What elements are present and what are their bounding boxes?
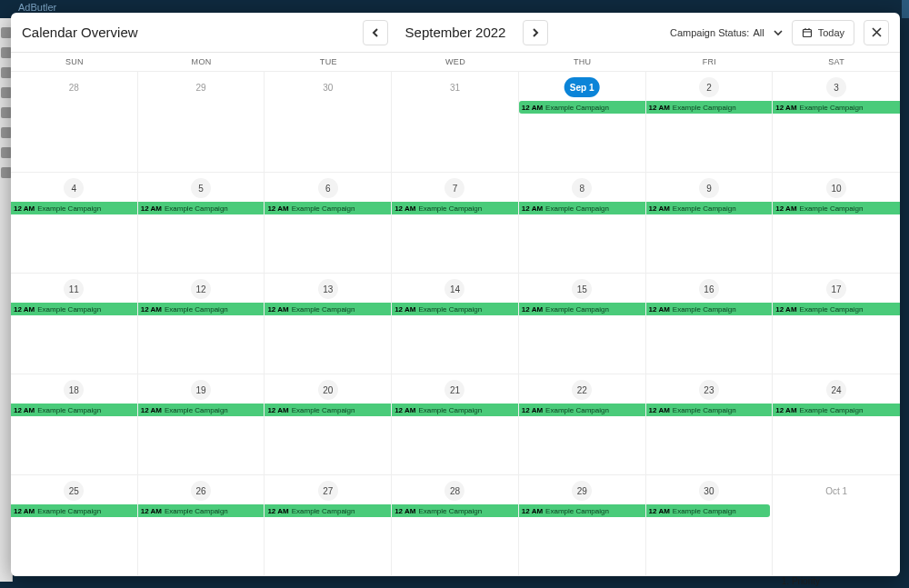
calendar-event[interactable]: 12 AMExample Campaign <box>392 202 518 214</box>
calendar-cell[interactable]: 29 <box>138 72 265 173</box>
calendar-event[interactable]: 12 AMExample Campaign <box>519 101 645 114</box>
calendar-event[interactable]: 12 AMExample Campaign <box>11 504 137 517</box>
calendar-cell[interactable]: 1712 AMExample Campaign <box>773 274 900 374</box>
calendar-event[interactable]: 12 AMExample Campaign <box>392 404 518 416</box>
event-title: Example Campaign <box>292 305 355 314</box>
calendar-event[interactable]: 12 AMExample Campaign <box>11 303 137 315</box>
calendar-cell[interactable]: 1612 AMExample Campaign <box>646 274 774 374</box>
calendar-cell[interactable]: 1012 AMExample Campaign <box>773 173 900 274</box>
event-time: 12 AM <box>522 305 543 314</box>
calendar-event[interactable]: 12 AMExample Campaign <box>392 303 518 315</box>
day-of-week-label: MON <box>138 53 265 71</box>
calendar-cell[interactable]: 1812 AMExample Campaign <box>11 374 138 475</box>
calendar-cell[interactable]: 31 <box>392 72 519 173</box>
calendar-cell[interactable]: 1912 AMExample Campaign <box>138 374 265 475</box>
event-title: Example Campaign <box>545 104 609 112</box>
calendar-event[interactable]: 12 AMExample Campaign <box>773 404 900 416</box>
day-of-week-label: FRI <box>646 53 774 71</box>
close-button[interactable] <box>864 20 889 45</box>
calendar-cell[interactable]: 2612 AMExample Campaign <box>138 475 265 576</box>
calendar-cell[interactable]: 30 <box>265 72 392 173</box>
calendar-cell[interactable]: 212 AMExample Campaign <box>646 72 774 173</box>
day-number: 7 <box>445 178 464 198</box>
calendar-cell[interactable]: 1112 AMExample Campaign <box>11 274 138 374</box>
calendar-event[interactable]: 12 AMExample Campaign <box>773 303 900 315</box>
campaign-status-filter[interactable]: Campaign Status: All <box>670 27 783 38</box>
event-title: Example Campaign <box>292 204 355 213</box>
next-month-button[interactable] <box>523 20 548 45</box>
calendar-cell[interactable]: 1212 AMExample Campaign <box>138 274 265 374</box>
calendar-cell[interactable]: 2312 AMExample Campaign <box>646 374 774 475</box>
calendar-cell[interactable]: 1512 AMExample Campaign <box>519 274 646 374</box>
calendar-cell[interactable]: 712 AMExample Campaign <box>392 173 519 274</box>
calendar-event[interactable]: 12 AMExample Campaign <box>138 404 265 416</box>
calendar-cell[interactable]: 2212 AMExample Campaign <box>519 374 646 475</box>
event-time: 12 AM <box>395 406 415 414</box>
calendar-event[interactable]: 12 AMExample Campaign <box>392 504 518 517</box>
calendar-event[interactable]: 12 AMExample Campaign <box>773 101 900 114</box>
chevron-right-icon <box>531 28 540 37</box>
event-time: 12 AM <box>775 204 796 213</box>
event-time: 12 AM <box>141 204 162 213</box>
calendar-event[interactable]: 12 AMExample Campaign <box>265 404 391 416</box>
svg-rect-0 <box>803 29 811 36</box>
event-time: 12 AM <box>141 406 162 414</box>
calendar-cell[interactable]: 28 <box>11 72 138 173</box>
calendar-event[interactable]: 12 AMExample Campaign <box>138 303 265 315</box>
event-title: Example Campaign <box>800 204 864 213</box>
calendar-event[interactable]: 12 AMExample Campaign <box>519 202 645 214</box>
event-time: 12 AM <box>775 305 796 314</box>
today-button[interactable]: Today <box>792 20 854 45</box>
calendar-event[interactable]: 12 AMExample Campaign <box>773 202 900 214</box>
calendar-cell[interactable]: 2512 AMExample Campaign <box>11 475 138 576</box>
calendar-cell[interactable]: 612 AMExample Campaign <box>265 173 392 274</box>
calendar-cell[interactable]: 3012 AMExample Campaign <box>646 475 774 576</box>
calendar-event[interactable]: 12 AMExample Campaign <box>138 504 265 517</box>
day-number: 29 <box>572 481 592 501</box>
calendar-event[interactable]: 12 AMExample Campaign <box>646 504 771 517</box>
calendar-cell[interactable]: Oct 1 <box>773 475 900 576</box>
calendar-cell[interactable]: 412 AMExample Campaign <box>11 173 138 274</box>
calendar-event[interactable]: 12 AMExample Campaign <box>11 404 137 416</box>
modal-header: Calendar Overview September 2022 Campaig… <box>11 13 900 53</box>
calendar-event[interactable]: 12 AMExample Campaign <box>646 303 773 315</box>
calendar-cell[interactable]: 1312 AMExample Campaign <box>265 274 392 374</box>
event-time: 12 AM <box>522 406 543 414</box>
calendar-cell[interactable]: 2712 AMExample Campaign <box>265 475 392 576</box>
calendar-cell[interactable]: 2012 AMExample Campaign <box>265 374 392 475</box>
calendar-cell[interactable]: 2812 AMExample Campaign <box>392 475 519 576</box>
calendar-event[interactable]: 12 AMExample Campaign <box>265 303 391 315</box>
calendar-cell[interactable]: 2412 AMExample Campaign <box>773 374 900 475</box>
status-filter-value: All <box>753 27 764 38</box>
calendar-cell[interactable]: 512 AMExample Campaign <box>138 173 265 274</box>
header-right-controls: Campaign Status: All Today <box>670 20 889 45</box>
calendar-event[interactable]: 12 AMExample Campaign <box>519 303 645 315</box>
status-filter-label: Campaign Status: <box>670 27 749 38</box>
day-of-week-label: SUN <box>11 53 138 71</box>
calendar-event[interactable]: 12 AMExample Campaign <box>519 404 645 416</box>
calendar-event[interactable]: 12 AMExample Campaign <box>646 202 773 214</box>
month-navigation: September 2022 <box>363 20 548 45</box>
event-title: Example Campaign <box>545 507 609 515</box>
calendar-cell[interactable]: 2112 AMExample Campaign <box>392 374 519 475</box>
event-title: Example Campaign <box>545 406 609 414</box>
calendar-cell[interactable]: 912 AMExample Campaign <box>646 173 774 274</box>
event-title: Example Campaign <box>673 104 736 112</box>
prev-month-button[interactable] <box>363 20 388 45</box>
calendar-event[interactable]: 12 AMExample Campaign <box>646 404 773 416</box>
calendar-event[interactable]: 12 AMExample Campaign <box>265 202 391 214</box>
calendar-cell[interactable]: 1412 AMExample Campaign <box>392 274 519 374</box>
calendar-icon <box>802 27 813 38</box>
event-title: Example Campaign <box>418 305 482 314</box>
calendar-event[interactable]: 12 AMExample Campaign <box>646 101 773 114</box>
calendar-event[interactable]: 12 AMExample Campaign <box>11 202 137 214</box>
calendar-event[interactable]: 12 AMExample Campaign <box>265 504 391 517</box>
day-number: 6 <box>318 178 338 198</box>
calendar-cell[interactable]: 812 AMExample Campaign <box>519 173 646 274</box>
calendar-event[interactable]: 12 AMExample Campaign <box>138 202 265 214</box>
calendar-cell[interactable]: Sep 112 AMExample Campaign <box>519 72 646 173</box>
calendar-cell[interactable]: 2912 AMExample Campaign <box>519 475 646 576</box>
event-time: 12 AM <box>775 104 796 112</box>
calendar-cell[interactable]: 312 AMExample Campaign <box>773 72 900 173</box>
calendar-event[interactable]: 12 AMExample Campaign <box>519 504 645 517</box>
